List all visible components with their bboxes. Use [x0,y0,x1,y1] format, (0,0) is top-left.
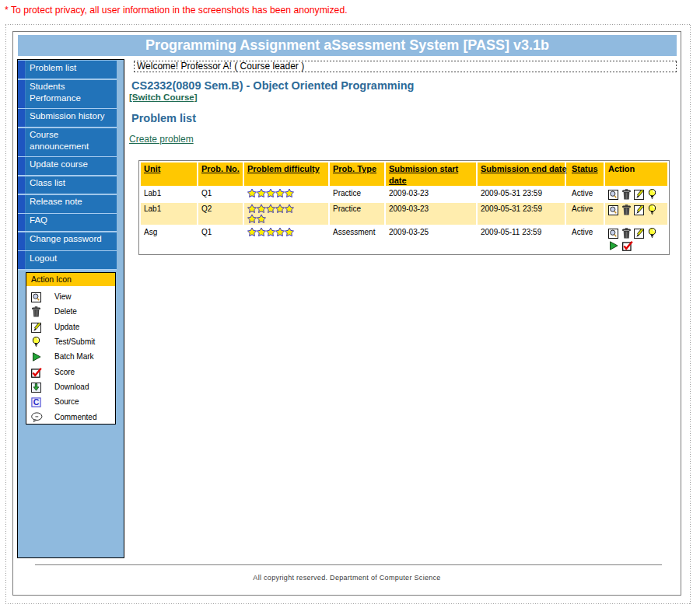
svg-text:C: C [33,397,40,407]
